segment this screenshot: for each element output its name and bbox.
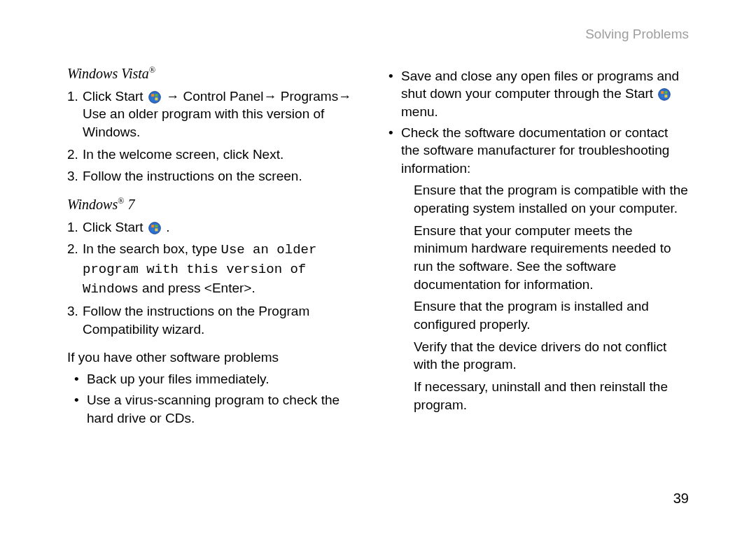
windows-orb-icon [148, 222, 161, 234]
svg-rect-6 [151, 225, 154, 227]
list-item: 3. Follow the instructions on the Progra… [67, 302, 368, 338]
sub-item: Ensure that the program is installed and… [414, 297, 689, 333]
list-number: 2. [67, 240, 83, 298]
heading-windows-7: Windows® 7 [67, 195, 368, 214]
svg-point-0 [148, 91, 160, 103]
arrow: → [338, 89, 351, 104]
left-column: Windows Vista® 1. Click Start → Control … [67, 64, 368, 430]
windows-orb-icon [148, 91, 161, 104]
arrow: → [162, 89, 183, 104]
text-start: Start [115, 220, 146, 234]
svg-rect-8 [151, 228, 154, 231]
bullet-glyph: • [74, 391, 87, 427]
text: Click [83, 89, 115, 104]
bullet-glyph: • [388, 124, 401, 178]
bullet-item: • Back up your files immediately. [74, 370, 368, 388]
bullet-glyph: • [388, 67, 401, 121]
windows-orb-icon [658, 88, 671, 101]
svg-rect-1 [151, 94, 154, 97]
list-body: Click Start → Control Panel→ Programs→ U… [83, 87, 368, 141]
svg-rect-13 [662, 95, 664, 98]
list-body: In the welcome screen, click Next. [83, 146, 368, 164]
svg-rect-7 [155, 225, 158, 227]
bullet-item: • Use a virus-scanning program to check … [74, 391, 368, 427]
svg-rect-2 [155, 94, 158, 97]
text-next: Next [253, 147, 280, 162]
sub-item: If necessary, uninstall and then reinsta… [414, 378, 689, 414]
list-body: Follow the instructions on the screen. [83, 167, 368, 185]
list-item: 2. In the welcome screen, click Next. [67, 146, 368, 164]
list-item: 1. Click Start → Control Panel→ Programs… [67, 87, 368, 141]
text: and press <Enter>. [139, 281, 255, 295]
list-number: 3. [67, 302, 83, 338]
text: Follow the instructions on the [83, 304, 258, 318]
text: Use an older program with this version o… [83, 106, 324, 139]
svg-rect-14 [665, 95, 668, 98]
page: Solving Problems Windows Vista® 1. Click… [0, 0, 756, 536]
sub-item: Ensure that the program is compatible wi… [414, 181, 689, 217]
list-number: 3. [67, 167, 83, 185]
list-body: Click Start . [83, 218, 368, 237]
subheading-other-problems: If you have other software problems [67, 348, 368, 367]
registered-symbol: ® [149, 65, 155, 75]
list-item: 3. Follow the instructions on the screen… [67, 167, 368, 185]
arrow: → [264, 89, 281, 104]
text: In the welcome screen, click [83, 147, 253, 162]
svg-rect-11 [662, 91, 664, 94]
list-item: 1. Click Start . [67, 218, 368, 237]
svg-rect-12 [665, 91, 668, 94]
sub-item: Ensure that your computer meets the mini… [414, 222, 689, 294]
svg-point-10 [659, 89, 671, 101]
list-number: 1. [67, 218, 83, 237]
text: Programs [281, 89, 338, 104]
svg-rect-3 [151, 97, 154, 100]
text: In the search box, type [83, 241, 221, 256]
text: Windows [67, 197, 118, 212]
text: . [280, 147, 284, 162]
list-body: Follow the instructions on the Program C… [83, 302, 368, 338]
text: Control Panel [183, 89, 263, 104]
list-number: 2. [67, 146, 83, 164]
text: . [136, 125, 140, 139]
version-text: 7 [124, 197, 134, 212]
right-column: • Save and close any open files or progr… [388, 64, 689, 430]
text-start: Start [115, 89, 146, 104]
sub-item: Verify that the device drivers do not co… [414, 338, 689, 374]
text: Click [83, 220, 115, 234]
text: . [162, 220, 170, 234]
bullet-body: Check the software documentation or cont… [401, 124, 689, 178]
heading-windows-vista: Windows Vista® [67, 64, 368, 83]
svg-rect-9 [155, 228, 158, 231]
text: Windows Vista [67, 66, 149, 81]
bullet-glyph: • [74, 370, 87, 388]
svg-point-5 [148, 222, 160, 234]
bullet-body: Use a virus-scanning program to check th… [87, 391, 368, 427]
text: wizard. [159, 322, 204, 337]
bullet-item: • Check the software documentation or co… [388, 124, 689, 178]
bullet-body: Save and close any open files or program… [401, 67, 689, 121]
bullet-body: Back up your files immediately. [87, 370, 368, 388]
list-number: 1. [67, 87, 83, 141]
text: Save and close any open files or program… [401, 69, 679, 101]
svg-rect-4 [155, 97, 158, 100]
text: Use a virus [87, 393, 153, 407]
columns: Windows Vista® 1. Click Start → Control … [67, 64, 689, 430]
text: menu. [401, 104, 438, 119]
bullet-item: • Save and close any open files or progr… [388, 67, 689, 121]
page-number: 39 [673, 489, 689, 508]
page-header: Solving Problems [67, 25, 689, 43]
registered-symbol: ® [118, 196, 124, 206]
list-body: In the search box, type Use an older pro… [83, 240, 368, 298]
list-item: 2. In the search box, type Use an older … [67, 240, 368, 298]
